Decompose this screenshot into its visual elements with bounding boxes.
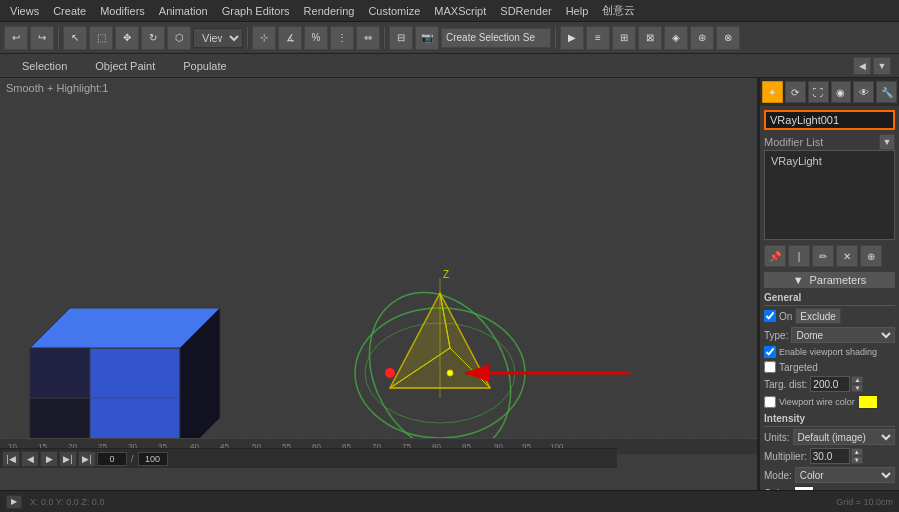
type-row: Type: Dome (764, 327, 895, 343)
panel-icon-modify[interactable]: ⟳ (785, 81, 806, 103)
camera-btn[interactable]: 📷 (415, 26, 439, 50)
create-selection-btn[interactable]: Create Selection Se (441, 28, 551, 48)
frame-end-input[interactable] (138, 452, 168, 466)
wire-color-swatch[interactable] (858, 395, 878, 409)
exclude-btn[interactable]: Exclude (795, 308, 841, 324)
enable-viewport-checkbox[interactable] (764, 346, 776, 358)
menu-create[interactable]: Create (47, 3, 92, 19)
viewport[interactable]: Smooth + Highlight:1 (0, 78, 759, 490)
object-name-field[interactable] (764, 110, 895, 130)
sep4 (555, 27, 556, 49)
sep3 (384, 27, 385, 49)
status-play-icon[interactable]: ▶ (6, 495, 22, 509)
menu-customize[interactable]: Customize (362, 3, 426, 19)
layers-btn[interactable]: ≡ (586, 26, 610, 50)
extra-btn3[interactable]: ◈ (664, 26, 688, 50)
align-btn[interactable]: ⊟ (389, 26, 413, 50)
scale-btn[interactable]: ⬡ (167, 26, 191, 50)
view-dropdown[interactable]: View (193, 28, 243, 48)
named-sel-btn[interactable]: ▶ (560, 26, 584, 50)
extra-btn2[interactable]: ⊠ (638, 26, 662, 50)
multiplier-down[interactable]: ▼ (851, 456, 863, 464)
extra-btn5[interactable]: ⊗ (716, 26, 740, 50)
mirror-btn[interactable]: ⇔ (356, 26, 380, 50)
targeted-checkbox[interactable] (764, 361, 776, 373)
channel-btn[interactable]: | (788, 245, 810, 267)
name-field-container (760, 106, 899, 132)
menu-bar: Views Create Modifiers Animation Graph E… (0, 0, 899, 22)
modifier-list-box[interactable]: VRayLight (764, 150, 895, 240)
menu-cloud[interactable]: 创意云 (596, 1, 641, 20)
nav-left-icon[interactable]: ◀ (853, 57, 871, 75)
angle-snap-btn[interactable]: ∡ (278, 26, 302, 50)
goto-end-btn[interactable]: ▶| (78, 451, 96, 467)
enable-viewport-row: Enable viewport shading (764, 346, 895, 358)
svg-point-20 (447, 370, 453, 376)
edit-btn[interactable]: ✏ (812, 245, 834, 267)
panel-icon-hierarchy[interactable]: ⛶ (808, 81, 829, 103)
prev-frame-btn[interactable]: ◀ (21, 451, 39, 467)
play-controls: |◀ ◀ ▶ ▶| ▶| / (0, 448, 617, 468)
nav-right-icon[interactable]: ▼ (873, 57, 891, 75)
on-row: On Exclude (764, 308, 895, 324)
type-dropdown[interactable]: Dome (791, 327, 895, 343)
delete-btn[interactable]: ✕ (836, 245, 858, 267)
mode-dropdown[interactable]: Color (795, 467, 895, 483)
menu-modifiers[interactable]: Modifiers (94, 3, 151, 19)
modifier-item-vraylight[interactable]: VRayLight (767, 153, 892, 169)
multiplier-input[interactable] (810, 448, 850, 464)
move-btn[interactable]: ✥ (115, 26, 139, 50)
tab-populate[interactable]: Populate (169, 54, 240, 78)
menu-sdrender[interactable]: SDRender (494, 3, 557, 19)
units-label: Units: (764, 432, 790, 443)
redo-btn[interactable]: ↪ (30, 26, 54, 50)
wire-color-checkbox[interactable] (764, 396, 776, 408)
next-frame-btn[interactable]: ▶| (59, 451, 77, 467)
multiplier-up[interactable]: ▲ (851, 448, 863, 456)
panel-icon-create[interactable]: ✦ (762, 81, 783, 103)
goto-start-btn[interactable]: |◀ (2, 451, 20, 467)
menu-animation[interactable]: Animation (153, 3, 214, 19)
units-dropdown[interactable]: Default (image) (793, 429, 895, 445)
targ-dist-input[interactable] (810, 376, 850, 392)
menu-maxscript[interactable]: MAXScript (428, 3, 492, 19)
status-text: X: 0.0 Y: 0.0 Z: 0.0 (30, 497, 104, 507)
params-header: ▼ Parameters (764, 272, 895, 288)
undo-btn[interactable]: ↩ (4, 26, 28, 50)
panel-icon-motion[interactable]: ◉ (831, 81, 852, 103)
multiplier-label: Multiplier: (764, 451, 807, 462)
panel-icon-display[interactable]: 👁 (853, 81, 874, 103)
tab-object-paint[interactable]: Object Paint (81, 54, 169, 78)
modifier-dropdown-btn[interactable]: ▼ (879, 134, 895, 150)
extra-btn4[interactable]: ⊛ (690, 26, 714, 50)
toolbar2: Selection Object Paint Populate ◀ ▼ (0, 54, 899, 78)
extra-btn1[interactable]: ⊞ (612, 26, 636, 50)
params-collapse-icon[interactable]: ▼ (793, 274, 804, 286)
menu-rendering[interactable]: Rendering (298, 3, 361, 19)
spinner-snap-btn[interactable]: ⋮ (330, 26, 354, 50)
frame-input[interactable] (97, 452, 127, 466)
select-region-btn[interactable]: ⬚ (89, 26, 113, 50)
menu-help[interactable]: Help (560, 3, 595, 19)
targ-dist-up[interactable]: ▲ (851, 376, 863, 384)
select-btn[interactable]: ↖ (63, 26, 87, 50)
main-area: Smooth + Highlight:1 (0, 78, 899, 490)
play-btn[interactable]: ▶ (40, 451, 58, 467)
status-bar: ▶ X: 0.0 Y: 0.0 Z: 0.0 Grid = 10.0cm (0, 490, 899, 512)
menu-views[interactable]: Views (4, 3, 45, 19)
params-header-label: Parameters (810, 274, 867, 286)
on-checkbox[interactable] (764, 310, 776, 322)
tab-selection[interactable]: Selection (8, 54, 81, 78)
snap-btn[interactable]: ⊹ (252, 26, 276, 50)
nav-controls: ◀ ▼ (853, 57, 891, 75)
copy-btn[interactable]: ⊕ (860, 245, 882, 267)
pin-btn[interactable]: 📌 (764, 245, 786, 267)
panel-icon-utility[interactable]: 🔧 (876, 81, 897, 103)
targ-dist-down[interactable]: ▼ (851, 384, 863, 392)
percent-snap-btn[interactable]: % (304, 26, 328, 50)
enable-viewport-label: Enable viewport shading (779, 347, 877, 357)
multiplier-arrows: ▲ ▼ (851, 448, 863, 464)
menu-graph-editors[interactable]: Graph Editors (216, 3, 296, 19)
rotate-btn[interactable]: ↻ (141, 26, 165, 50)
wire-color-row: Viewport wire color (764, 395, 895, 409)
